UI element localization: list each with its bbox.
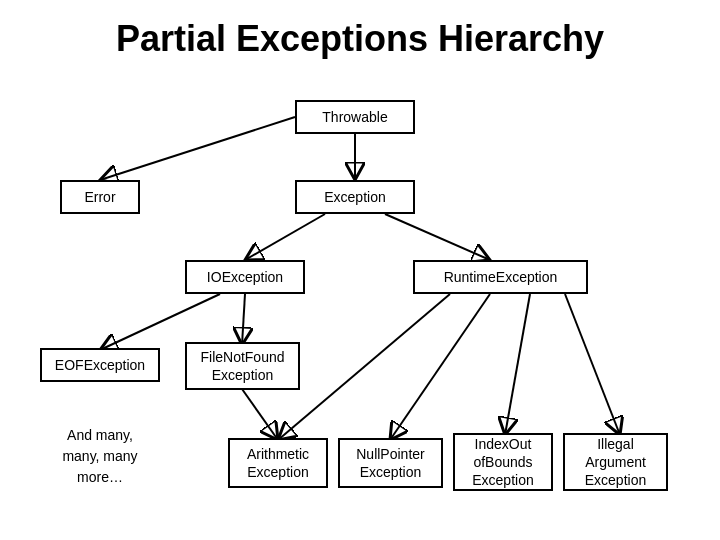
indexoutofboundsexception-node: IndexOutofBoundsException <box>453 433 553 491</box>
and-many-label: And many,many, manymore… <box>35 425 165 488</box>
svg-line-0 <box>100 117 295 180</box>
nullpointerexception-node: NullPointerException <box>338 438 443 488</box>
svg-line-7 <box>278 294 450 440</box>
svg-line-2 <box>245 214 325 260</box>
svg-line-9 <box>505 294 530 435</box>
arithmeticexception-node: ArithmeticException <box>228 438 328 488</box>
ioexception-node: IOException <box>185 260 305 294</box>
illegalargumentexception-node: IllegalArgumentException <box>563 433 668 491</box>
exception-node: Exception <box>295 180 415 214</box>
svg-line-5 <box>242 294 245 345</box>
svg-line-6 <box>242 389 278 440</box>
throwable-node: Throwable <box>295 100 415 134</box>
eofexception-node: EOFException <box>40 348 160 382</box>
diagram: Throwable Error Exception IOException Ru… <box>0 70 720 530</box>
filenotfoundexception-node: FileNotFoundException <box>185 342 300 390</box>
svg-line-8 <box>390 294 490 440</box>
svg-line-3 <box>385 214 490 260</box>
page-title: Partial Exceptions Hierarchy <box>0 0 720 70</box>
svg-line-10 <box>565 294 620 435</box>
runtimeexception-node: RuntimeException <box>413 260 588 294</box>
error-node: Error <box>60 180 140 214</box>
